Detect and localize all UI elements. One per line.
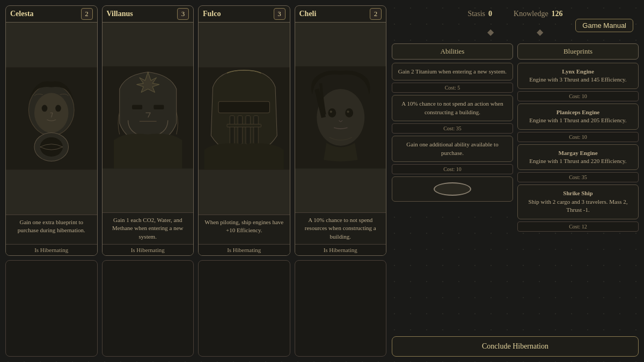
villanus-portrait-svg <box>103 23 194 212</box>
card-villanus: Villanus 3 <box>102 5 194 256</box>
empty-card-2 <box>102 260 194 357</box>
card-fulco-level: 3 <box>274 8 286 20</box>
card-villanus-status: Is Hibernating <box>103 244 194 255</box>
card-celesta-status: Is Hibernating <box>6 244 97 255</box>
blueprint-column: Blueprints Lynx Engine Engine with 3 Thr… <box>517 43 639 330</box>
blueprints-header: Blueprints <box>517 43 639 60</box>
columns-area: Abilities Gain 2 Titanium when entering … <box>392 43 639 330</box>
cards-area: Celesta 2 <box>5 5 386 357</box>
blueprint-name-2: Planiceps Engine <box>557 109 599 115</box>
blueprint-text-1: Engine with 3 Thrust and 145 Efficiency. <box>529 76 626 83</box>
blueprint-text-2: Engine with 1 Thrust and 205 Efficiency. <box>529 117 626 123</box>
card-cheli-portrait <box>295 23 386 212</box>
blueprint-name-1: Lynx Engine <box>562 68 594 75</box>
svg-point-19 <box>317 89 364 146</box>
ability-item-3[interactable]: Gain one additional ability available to… <box>392 136 513 162</box>
ability-column: Abilities Gain 2 Titanium when entering … <box>392 43 513 330</box>
svg-point-3 <box>42 105 48 112</box>
card-fulco-description: When piloting, ship engines have +10 Eff… <box>199 215 290 244</box>
cheli-portrait-svg <box>295 23 386 212</box>
stasis-label: Stasis <box>467 10 485 18</box>
blueprint-text-4: Ship with 2 cargo and 3 travelers. Mass … <box>529 198 628 213</box>
fulco-portrait-svg <box>199 23 290 215</box>
main-container: Celesta 2 <box>0 0 644 362</box>
ability-item-2[interactable]: A 10% chance to not spend an action when… <box>392 95 513 121</box>
card-cheli-name: Cheli <box>299 10 317 18</box>
card-fulco-status: Is Hibernating <box>199 244 290 255</box>
blueprint-cost-3: Cost: 35 <box>517 172 639 182</box>
ability-cost-1: Cost: 5 <box>392 83 513 93</box>
svg-rect-15 <box>246 116 250 144</box>
blueprint-item-4[interactable]: Shrike Ship Ship with 2 cargo and 3 trav… <box>517 184 639 219</box>
token-oval <box>434 182 471 196</box>
svg-rect-14 <box>238 116 242 144</box>
blueprint-text-3: Engine with 1 Thrust and 220 Efficiency. <box>529 158 626 164</box>
svg-rect-9 <box>132 105 142 109</box>
blueprint-item-2[interactable]: Planiceps Engine Engine with 1 Thrust an… <box>517 104 639 130</box>
blueprint-cost-1: Cost: 10 <box>517 91 639 101</box>
stasis-stat: Stasis 0 <box>467 10 492 18</box>
blueprint-name-4: Shrike Ship <box>563 190 592 196</box>
knowledge-value: 126 <box>552 10 563 18</box>
right-panel: Stasis 0 Knowledge 126 ◆ ◆ Abilities Gai… <box>392 5 639 357</box>
svg-rect-13 <box>230 116 234 144</box>
blueprint-item-1[interactable]: Lynx Engine Engine with 3 Thrust and 145… <box>517 63 639 89</box>
svg-rect-16 <box>254 116 258 144</box>
card-villanus-portrait <box>103 23 194 212</box>
empty-card-3 <box>198 260 290 357</box>
card-cheli-status: Is Hibernating <box>295 244 386 255</box>
card-celesta-header: Celesta 2 <box>6 6 97 23</box>
card-celesta-level: 2 <box>81 8 93 20</box>
stasis-value: 0 <box>488 10 492 18</box>
knowledge-stat: Knowledge 126 <box>514 10 563 18</box>
knowledge-label: Knowledge <box>514 10 548 18</box>
card-fulco-name: Fulco <box>203 10 221 18</box>
svg-point-21 <box>345 108 353 117</box>
empty-cards-row <box>5 260 386 357</box>
svg-rect-10 <box>153 105 164 109</box>
card-celesta-description: Gain one extra blueprint to purchase dur… <box>6 215 97 244</box>
card-celesta-name: Celesta <box>10 10 34 18</box>
card-cheli-description: A 10% chance to not spend resources when… <box>295 212 386 244</box>
card-cheli-header: Cheli 2 <box>295 6 386 23</box>
svg-rect-17 <box>227 124 261 127</box>
game-manual-button[interactable]: Game Manual <box>575 19 633 32</box>
ability-cost-3: Cost: 10 <box>392 164 513 174</box>
card-fulco-header: Fulco 3 <box>199 6 290 23</box>
blueprint-cost-4: Cost: 12 <box>517 221 639 232</box>
svg-point-4 <box>55 105 61 112</box>
conclude-hibernation-button[interactable]: Conclude Hibernation <box>392 336 639 357</box>
card-fulco: Fulco 3 <box>198 5 290 256</box>
celesta-portrait-svg <box>6 23 97 215</box>
empty-card-1 <box>5 260 98 357</box>
ability-token <box>392 176 513 202</box>
blueprint-name-3: Margay Engine <box>558 150 597 156</box>
ability-item-1[interactable]: Gain 2 Titanium when entering a new syst… <box>392 63 513 80</box>
abilities-header: Abilities <box>392 43 513 60</box>
ability-cost-2: Cost: 35 <box>392 123 513 134</box>
card-villanus-description: Gain 1 each CO2, Water, and Methane when… <box>103 212 194 244</box>
card-cheli-level: 2 <box>370 8 382 20</box>
cards-row-top: Celesta 2 <box>5 5 386 256</box>
card-celesta: Celesta 2 <box>5 5 98 256</box>
svg-point-6 <box>40 137 63 157</box>
svg-point-23 <box>347 110 349 113</box>
svg-rect-12 <box>218 101 269 113</box>
blueprint-item-3[interactable]: Margay Engine Engine with 1 Thrust and 2… <box>517 144 639 171</box>
card-fulco-portrait <box>199 23 290 215</box>
card-villanus-level: 3 <box>177 8 189 20</box>
card-cheli: Cheli 2 <box>295 5 387 256</box>
svg-rect-8 <box>128 98 167 132</box>
svg-point-20 <box>328 108 336 117</box>
card-villanus-header: Villanus 3 <box>103 6 194 23</box>
svg-point-22 <box>330 110 332 113</box>
card-villanus-name: Villanus <box>107 10 133 18</box>
blueprint-cost-2: Cost: 10 <box>517 132 639 142</box>
empty-card-4 <box>295 260 387 357</box>
card-celesta-portrait <box>6 23 97 215</box>
